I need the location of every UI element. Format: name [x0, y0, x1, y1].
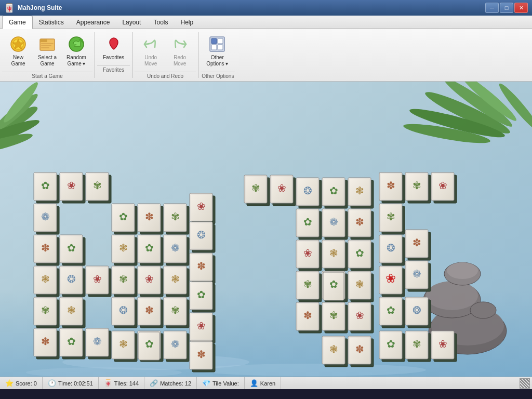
select-game-button[interactable]: Select aGame — [33, 32, 61, 70]
svg-text:✽: ✽ — [145, 211, 154, 222]
separator-3 — [198, 32, 198, 78]
matches-icon: 🔗 — [150, 379, 158, 387]
menu-bar: Game Statistics Appearance Layout Tools … — [0, 16, 532, 29]
toolbar-buttons-undo-redo: UndoMove RedoMove — [135, 30, 196, 72]
tiles-icon: 🀄 — [104, 379, 112, 387]
svg-text:✾: ✾ — [119, 273, 128, 285]
score-value: Score: 0 — [16, 380, 37, 387]
svg-text:❃: ❃ — [329, 247, 338, 259]
svg-rect-14 — [218, 45, 223, 50]
status-tiles: 🀄 Tiles: 144 — [99, 377, 144, 389]
title-bar-controls: ─ □ ✕ — [485, 3, 528, 13]
minimize-button[interactable]: ─ — [485, 3, 499, 13]
tile-value-icon: 💎 — [202, 379, 210, 387]
svg-text:✽: ✽ — [387, 180, 395, 191]
svg-text:❂: ❂ — [119, 304, 128, 316]
user-name: Karen — [260, 380, 275, 387]
menu-item-tools[interactable]: Tools — [147, 16, 174, 29]
svg-text:❀: ❀ — [355, 310, 364, 321]
svg-text:❃: ❃ — [119, 242, 128, 254]
random-game-label: RandomGame ▾ — [66, 55, 86, 67]
svg-text:❀: ❀ — [303, 247, 312, 259]
random-game-icon — [67, 35, 86, 54]
other-options-icon — [208, 35, 227, 54]
new-game-icon — [9, 35, 28, 54]
user-icon: 👤 — [250, 379, 258, 387]
toolbar-buttons-start: NewGame Select aGame — [2, 30, 92, 72]
svg-text:❀: ❀ — [438, 338, 447, 350]
svg-text:✾: ✾ — [93, 180, 102, 191]
new-game-button[interactable]: NewGame — [4, 32, 32, 70]
svg-rect-5 — [41, 43, 54, 44]
app-title: MahJong Suite — [18, 4, 62, 11]
svg-text:❂: ❂ — [197, 229, 206, 241]
svg-text:✽: ✽ — [355, 343, 364, 355]
status-user: 👤 Karen — [245, 377, 281, 389]
separator-1 — [95, 32, 95, 78]
new-game-label: NewGame — [11, 55, 25, 67]
svg-text:✽: ✽ — [197, 260, 206, 272]
svg-text:❀: ❀ — [277, 182, 286, 194]
svg-text:❃: ❃ — [355, 278, 364, 290]
select-game-icon — [38, 35, 57, 54]
other-options-label: OtherOptions ▾ — [206, 55, 228, 67]
svg-text:❂: ❂ — [67, 273, 76, 285]
tile-value-text: Tile Value: — [212, 380, 239, 387]
matches-value: Matches: 12 — [160, 380, 191, 387]
random-game-button[interactable]: RandomGame ▾ — [62, 32, 90, 70]
separator-2 — [132, 32, 132, 78]
toolbar-group-start: NewGame Select aGame — [2, 30, 92, 80]
svg-text:❂: ❂ — [413, 304, 421, 316]
svg-text:❃: ❃ — [329, 343, 338, 355]
other-options-button[interactable]: OtherOptions ▾ — [203, 32, 232, 70]
svg-text:❁: ❁ — [171, 338, 180, 350]
svg-text:❁: ❁ — [329, 216, 338, 228]
title-bar-left: 🀄 MahJong Suite — [4, 3, 62, 13]
svg-text:❀: ❀ — [197, 320, 206, 331]
svg-rect-13 — [211, 45, 217, 50]
svg-text:❀: ❀ — [145, 273, 154, 285]
status-bar: ⭐ Score: 0 🕐 Time: 0:02:51 🀄 Tiles: 144 … — [0, 377, 532, 389]
close-button[interactable]: ✕ — [514, 3, 528, 13]
svg-text:✽: ✽ — [413, 237, 421, 248]
svg-text:❁: ❁ — [171, 242, 180, 254]
svg-point-36 — [197, 364, 426, 376]
svg-text:✾: ✾ — [251, 182, 260, 194]
svg-text:✽: ✽ — [303, 310, 312, 321]
toolbar-buttons-other-options: OtherOptions ▾ — [201, 30, 235, 72]
menu-item-game[interactable]: Game — [2, 16, 33, 29]
toolbar-buttons-favorites: Favorites — [97, 30, 130, 65]
svg-text:✾: ✾ — [303, 278, 312, 290]
other-options-group-label: Other Options — [201, 72, 235, 80]
game-area: ✿ ❀ ✾ ❁ — [0, 82, 532, 377]
svg-point-34 — [470, 302, 496, 318]
svg-text:✿: ✿ — [67, 242, 76, 254]
svg-text:✾: ✾ — [41, 304, 50, 316]
svg-text:✿: ✿ — [329, 185, 338, 196]
svg-text:❃: ❃ — [41, 273, 50, 285]
svg-rect-4 — [40, 39, 47, 42]
svg-rect-12 — [218, 38, 223, 44]
redo-move-button[interactable]: RedoMove — [166, 32, 194, 70]
menu-item-statistics[interactable]: Statistics — [33, 16, 70, 29]
svg-text:✿: ✿ — [67, 336, 76, 347]
svg-text:✿: ✿ — [355, 247, 364, 259]
start-game-group-label: Start a Game — [2, 72, 92, 80]
toolbar-group-other-options: OtherOptions ▾ Other Options — [201, 30, 235, 80]
svg-text:✿: ✿ — [303, 216, 312, 228]
svg-rect-6 — [41, 45, 51, 46]
svg-text:❃: ❃ — [119, 338, 128, 350]
toolbar-group-favorites: Favorites Favorites — [97, 30, 130, 80]
undo-move-button[interactable]: UndoMove — [137, 32, 165, 70]
undo-move-label: UndoMove — [144, 55, 157, 67]
menu-item-appearance[interactable]: Appearance — [70, 16, 116, 29]
menu-item-layout[interactable]: Layout — [116, 16, 147, 29]
svg-text:✿: ✿ — [41, 180, 50, 191]
svg-rect-7 — [41, 47, 49, 48]
favorites-button[interactable]: Favorites — [99, 32, 128, 63]
svg-text:❃: ❃ — [67, 304, 76, 316]
maximize-button[interactable]: □ — [500, 3, 513, 13]
svg-text:❂: ❂ — [387, 242, 395, 254]
favorites-group-label: Favorites — [97, 65, 130, 74]
menu-item-help[interactable]: Help — [174, 16, 200, 29]
